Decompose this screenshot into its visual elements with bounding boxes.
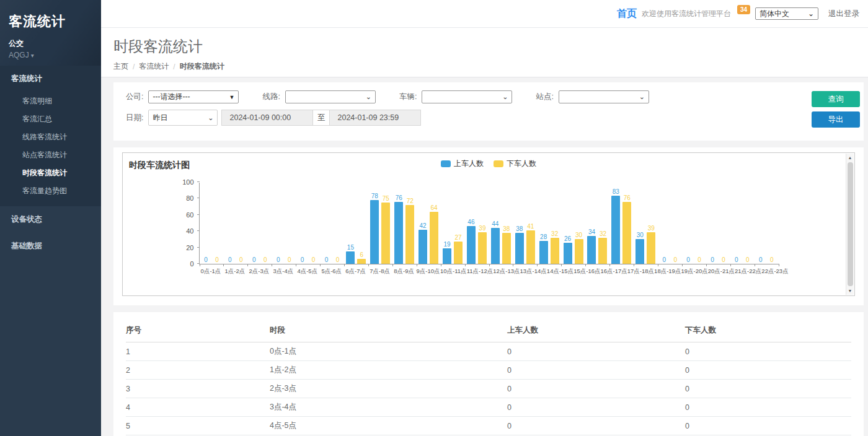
sidebar-subitem[interactable]: 客流量趋势图 bbox=[0, 182, 101, 200]
x-axis-label: 17点-18点 bbox=[627, 268, 654, 276]
scrollbar-thumb[interactable] bbox=[848, 162, 853, 286]
table-cell: 5 bbox=[126, 417, 270, 435]
x-tick-mark bbox=[441, 264, 441, 266]
notification-badge[interactable]: 34 bbox=[737, 5, 750, 14]
bar-value-label: 30 bbox=[637, 232, 644, 238]
bar-group: 156 bbox=[344, 183, 368, 264]
x-axis-label: 15点-16点 bbox=[574, 268, 600, 276]
bar-column: 0 bbox=[333, 183, 342, 264]
bar-value-label: 19 bbox=[443, 241, 450, 248]
station-label: 站点: bbox=[536, 92, 553, 102]
data-table: 序号时段上车人数下车人数 10点-1点0021点-2点0032点-3点0043点… bbox=[126, 316, 851, 436]
sidebar-subitem[interactable]: 站点客流统计 bbox=[0, 146, 101, 164]
bar-column: 0 bbox=[719, 183, 728, 264]
bar-column: 27 bbox=[454, 183, 463, 264]
table-cell: 0 bbox=[685, 361, 851, 380]
vehicle-select[interactable]: ⌄ bbox=[422, 90, 512, 103]
scroll-down-icon[interactable]: ▼ bbox=[848, 287, 852, 295]
x-axis-label: 10点-11点 bbox=[440, 268, 467, 276]
breadcrumb-current: 时段客流统计 bbox=[180, 61, 224, 72]
x-tick-mark bbox=[730, 264, 731, 266]
bar bbox=[467, 226, 476, 264]
bar-value-label: 0 bbox=[228, 256, 232, 263]
chevron-down-icon: ⌄ bbox=[808, 9, 814, 18]
x-axis-label: 6点-7点 bbox=[343, 268, 368, 276]
date-preset-select[interactable]: 昨日 ⌄ bbox=[148, 110, 218, 126]
bar-group: 3841 bbox=[513, 183, 537, 264]
plot-wrap: 0000000000001567875767242641927463944383… bbox=[199, 183, 779, 276]
bar-column: 0 bbox=[756, 183, 765, 264]
station-select[interactable]: ⌄ bbox=[559, 90, 649, 103]
legend-swatch bbox=[494, 160, 503, 167]
bar-column: 64 bbox=[430, 183, 438, 264]
language-select[interactable]: 简体中文 ⌄ bbox=[755, 7, 818, 20]
bar bbox=[443, 248, 451, 264]
legend-item[interactable]: 下车人数 bbox=[494, 159, 536, 169]
dropdown-arrow-icon: ▼ bbox=[229, 94, 235, 100]
bar-group: 00 bbox=[320, 183, 344, 264]
x-tick-mark bbox=[537, 264, 538, 266]
date-label: 日期: bbox=[126, 113, 143, 123]
sidebar-submenu: 客流明细客流汇总线路客流统计站点客流统计时段客流统计客流量趋势图 bbox=[0, 92, 101, 206]
table-cell: 0 bbox=[507, 361, 685, 380]
table-cell: 0 bbox=[507, 342, 685, 361]
bar-value-label: 15 bbox=[347, 244, 354, 251]
table-cell: 0 bbox=[685, 342, 851, 361]
bar-column: 76 bbox=[622, 183, 631, 264]
page-header: 时段客流统计 主页 / 客流统计 / 时段客流统计 bbox=[101, 28, 868, 77]
query-button[interactable]: 查询 bbox=[812, 91, 860, 107]
x-tick-mark bbox=[658, 264, 658, 266]
sidebar-subitem[interactable]: 客流汇总 bbox=[0, 110, 101, 128]
breadcrumb-home[interactable]: 主页 bbox=[113, 61, 128, 72]
bar-value-label: 28 bbox=[540, 233, 547, 240]
bar-value-label: 0 bbox=[722, 256, 725, 263]
bar bbox=[381, 203, 390, 264]
table-cell: 4点-5点 bbox=[270, 417, 507, 435]
bar-group: 00 bbox=[658, 183, 682, 264]
bar-column: 72 bbox=[405, 183, 414, 264]
bar-value-label: 76 bbox=[624, 194, 631, 201]
line-select[interactable]: ⌄ bbox=[285, 90, 376, 103]
scroll-up-icon[interactable]: ▲ bbox=[848, 154, 852, 162]
date-to-input[interactable]: 2024-01-09 23:59 bbox=[329, 110, 421, 126]
sidebar-subitem[interactable]: 客流明细 bbox=[0, 92, 101, 110]
plot-bars: 0000000000001567875767242641927463944383… bbox=[200, 183, 779, 264]
bar-group: 3432 bbox=[585, 183, 609, 264]
x-axis-label: 12点-13点 bbox=[493, 268, 520, 276]
bar-column: 0 bbox=[708, 183, 717, 264]
bar-column: 34 bbox=[587, 183, 596, 264]
bar-column: 28 bbox=[539, 183, 548, 264]
bar-column: 78 bbox=[370, 183, 379, 264]
sidebar-item[interactable]: 基础数据 bbox=[0, 233, 101, 259]
bar bbox=[611, 196, 620, 264]
bar-column: 30 bbox=[636, 183, 644, 264]
sidebar-item[interactable]: 设备状态 bbox=[0, 206, 101, 233]
welcome-text: 欢迎使用客流统计管理平台 bbox=[642, 9, 731, 19]
bar-value-label: 38 bbox=[516, 225, 523, 232]
date-from-input[interactable]: 2024-01-09 00:00 bbox=[221, 110, 313, 126]
legend-item[interactable]: 上车人数 bbox=[441, 159, 484, 169]
bar-column: 0 bbox=[237, 183, 246, 264]
export-button[interactable]: 导出 bbox=[812, 111, 860, 128]
table-header-cell: 上车人数 bbox=[507, 316, 685, 342]
bar-group: 00 bbox=[296, 183, 320, 264]
sidebar-subitem[interactable]: 时段客流统计 bbox=[0, 164, 101, 182]
bar bbox=[357, 259, 366, 264]
company-select[interactable]: ---请选择--- ▼ bbox=[148, 90, 239, 103]
sidebar-subitem[interactable]: 线路客流统计 bbox=[0, 128, 101, 146]
home-link[interactable]: 首页 bbox=[617, 7, 637, 20]
bar-value-label: 0 bbox=[770, 256, 774, 263]
bar-column: 41 bbox=[526, 183, 535, 264]
bar-column: 0 bbox=[671, 183, 680, 264]
bar bbox=[502, 233, 511, 264]
bar-value-label: 34 bbox=[588, 229, 595, 235]
bar bbox=[526, 230, 535, 264]
page-content: 公司: ---请选择--- ▼ 线路: ⌄ 车辆: ⌄ 站点 bbox=[101, 77, 868, 436]
filter-panel: 公司: ---请选择--- ▼ 线路: ⌄ 车辆: ⌄ 站点 bbox=[113, 82, 864, 141]
logout-link[interactable]: 退出登录 bbox=[828, 9, 859, 19]
sidebar-item-passenger-stats[interactable]: 客流统计 bbox=[0, 66, 101, 92]
breadcrumb-section[interactable]: 客流统计 bbox=[139, 61, 169, 72]
x-tick-mark bbox=[296, 264, 296, 266]
x-axis-label: 16点-17点 bbox=[600, 268, 627, 276]
org-code-dropdown[interactable]: AQGJ▾ bbox=[9, 51, 92, 59]
